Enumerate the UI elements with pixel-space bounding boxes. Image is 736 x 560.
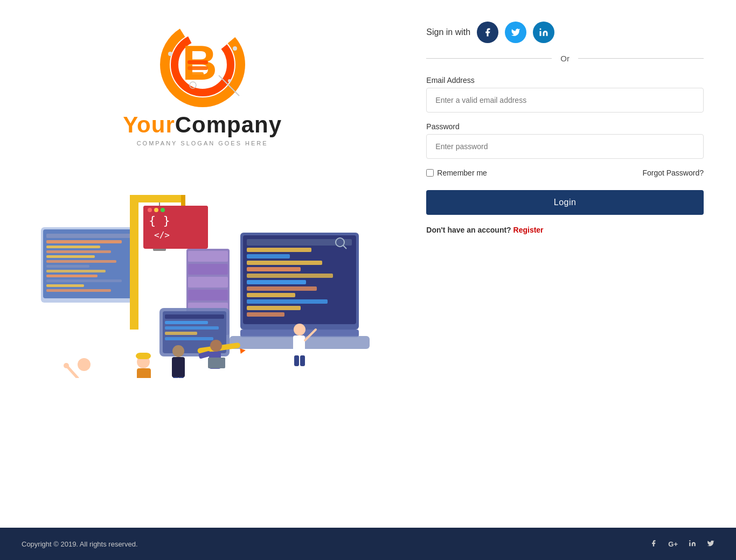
linkedin-login-button[interactable] bbox=[533, 22, 554, 43]
sign-in-row: Sign in with bbox=[426, 22, 704, 43]
svg-point-7 bbox=[168, 52, 172, 56]
svg-rect-79 bbox=[137, 368, 151, 378]
password-form-group: Password bbox=[426, 122, 704, 159]
footer-twitter-icon[interactable] bbox=[707, 540, 714, 549]
svg-text:</>: </> bbox=[154, 230, 170, 240]
svg-rect-34 bbox=[188, 290, 228, 300]
svg-rect-13 bbox=[46, 234, 133, 238]
company-name-company: Company bbox=[175, 112, 282, 137]
svg-rect-57 bbox=[247, 299, 328, 304]
password-input[interactable] bbox=[426, 134, 704, 159]
footer: Copyright © 2019. All rights reserved. G… bbox=[0, 528, 736, 560]
svg-point-95 bbox=[540, 29, 541, 30]
login-button[interactable]: Login bbox=[426, 190, 704, 215]
svg-rect-87 bbox=[293, 335, 305, 356]
divider-right bbox=[578, 58, 704, 59]
illustration: { } </> bbox=[36, 163, 370, 378]
svg-rect-16 bbox=[46, 250, 111, 253]
svg-rect-22 bbox=[46, 279, 122, 282]
svg-rect-88 bbox=[294, 355, 299, 366]
svg-rect-33 bbox=[188, 277, 228, 288]
password-label: Password bbox=[426, 122, 704, 131]
svg-rect-66 bbox=[165, 326, 219, 330]
svg-rect-50 bbox=[247, 254, 290, 258]
options-row: Remember me Forgot Password? bbox=[426, 169, 704, 177]
right-panel: Sign in with Or Email Address Password bbox=[405, 0, 736, 528]
svg-rect-65 bbox=[165, 321, 208, 324]
svg-point-96 bbox=[689, 540, 690, 541]
footer-linkedin-icon[interactable] bbox=[689, 540, 696, 549]
svg-rect-55 bbox=[247, 286, 317, 291]
footer-googleplus-icon[interactable]: G+ bbox=[668, 540, 678, 548]
svg-rect-78 bbox=[136, 353, 151, 359]
svg-point-8 bbox=[233, 46, 237, 51]
divider-row: Or bbox=[426, 54, 704, 63]
svg-rect-14 bbox=[46, 240, 122, 243]
svg-rect-21 bbox=[46, 275, 98, 277]
facebook-login-button[interactable] bbox=[477, 22, 498, 43]
svg-rect-4 bbox=[188, 66, 208, 70]
svg-text:{  }: { } bbox=[149, 214, 170, 227]
svg-rect-17 bbox=[46, 255, 95, 258]
register-row: Don't have an account? Register bbox=[426, 226, 543, 234]
svg-rect-52 bbox=[247, 267, 301, 271]
footer-facebook-icon[interactable] bbox=[650, 540, 657, 549]
svg-rect-32 bbox=[188, 264, 228, 275]
no-account-text: Don't have an account? bbox=[426, 226, 511, 234]
svg-rect-25 bbox=[130, 195, 138, 330]
remember-checkbox[interactable] bbox=[426, 169, 434, 177]
svg-rect-92 bbox=[172, 357, 185, 377]
svg-rect-85 bbox=[208, 358, 225, 368]
svg-rect-72 bbox=[78, 371, 91, 378]
svg-rect-49 bbox=[247, 248, 311, 252]
logo-graphic: B bbox=[159, 22, 246, 108]
svg-point-40 bbox=[154, 208, 158, 212]
divider-text: Or bbox=[552, 54, 578, 63]
svg-point-76 bbox=[64, 363, 69, 368]
footer-copyright: Copyright © 2019. All rights reserved. bbox=[22, 540, 138, 548]
email-input[interactable] bbox=[426, 88, 704, 113]
svg-rect-54 bbox=[247, 280, 306, 284]
remember-me-label[interactable]: Remember me bbox=[426, 169, 487, 177]
svg-rect-68 bbox=[165, 337, 213, 340]
company-name-your: Your bbox=[123, 112, 175, 137]
svg-rect-5 bbox=[188, 72, 204, 76]
svg-rect-53 bbox=[247, 274, 333, 278]
footer-social-icons: G+ bbox=[650, 540, 714, 549]
svg-rect-64 bbox=[165, 314, 224, 319]
logo-area: B YourCompany COMPANY SL bbox=[123, 22, 282, 146]
svg-point-91 bbox=[172, 345, 184, 357]
company-slogan: COMPANY SLOGAN GOES HERE bbox=[137, 140, 268, 146]
svg-rect-59 bbox=[247, 312, 284, 317]
email-form-group: Email Address bbox=[426, 76, 704, 113]
svg-rect-31 bbox=[188, 251, 228, 262]
svg-rect-38 bbox=[143, 206, 208, 214]
svg-rect-15 bbox=[46, 246, 100, 248]
svg-point-39 bbox=[148, 208, 152, 212]
svg-rect-18 bbox=[46, 260, 116, 263]
register-link[interactable]: Register bbox=[513, 226, 544, 234]
twitter-login-button[interactable] bbox=[505, 22, 526, 43]
svg-rect-26 bbox=[130, 195, 184, 202]
svg-rect-67 bbox=[165, 332, 197, 335]
left-panel: B YourCompany COMPANY SL bbox=[0, 0, 405, 528]
svg-rect-58 bbox=[247, 306, 301, 310]
remember-me-text: Remember me bbox=[437, 169, 487, 177]
forgot-password-link[interactable]: Forgot Password? bbox=[642, 169, 704, 177]
svg-line-75 bbox=[68, 367, 78, 378]
svg-point-86 bbox=[294, 324, 305, 335]
svg-point-9 bbox=[228, 79, 231, 82]
svg-rect-12 bbox=[43, 229, 136, 298]
svg-rect-23 bbox=[46, 284, 84, 287]
svg-point-82 bbox=[210, 340, 222, 352]
svg-point-41 bbox=[161, 208, 165, 212]
svg-rect-89 bbox=[300, 355, 305, 366]
svg-rect-19 bbox=[46, 265, 89, 268]
svg-rect-51 bbox=[247, 261, 322, 265]
svg-point-71 bbox=[78, 358, 91, 371]
svg-rect-24 bbox=[46, 289, 111, 292]
sign-in-label: Sign in with bbox=[426, 27, 470, 37]
svg-rect-56 bbox=[247, 293, 295, 297]
divider-left bbox=[426, 58, 552, 59]
svg-rect-20 bbox=[46, 270, 106, 272]
